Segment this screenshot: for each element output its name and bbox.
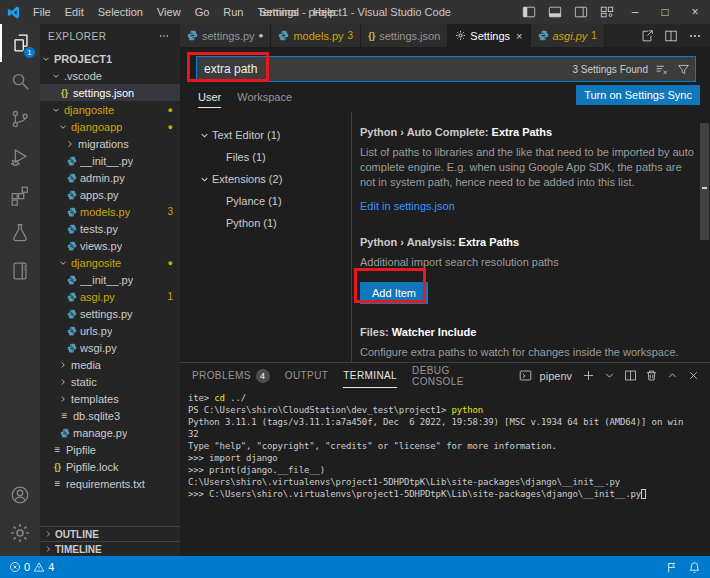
tree-item-asgi-py[interactable]: asgi.py1 bbox=[40, 288, 180, 305]
tree-item-pipfile[interactable]: ≡Pipfile bbox=[40, 441, 180, 458]
tree-item-djangosite[interactable]: djangosite● bbox=[40, 101, 180, 118]
text-file-icon: ≡ bbox=[59, 410, 70, 421]
tree-item-media[interactable]: media bbox=[40, 356, 180, 373]
edit-in-settings-json-link[interactable]: Edit in settings.json bbox=[360, 200, 455, 212]
tree-item-urls-py[interactable]: urls.py bbox=[40, 322, 180, 339]
tree-item-wsgi-py[interactable]: wsgi.py bbox=[40, 339, 180, 356]
feedback-icon[interactable] bbox=[665, 561, 678, 574]
terminal-shell-icon[interactable] bbox=[517, 366, 535, 386]
tree-item-db-sqlite3[interactable]: ≡db.sqlite3 bbox=[40, 407, 180, 424]
toggle-secondary-sidebar-icon[interactable] bbox=[568, 0, 594, 24]
minimize-button[interactable]: – bbox=[620, 0, 650, 24]
tree-item-migrations[interactable]: migrations bbox=[40, 135, 180, 152]
toggle-sidebar-icon[interactable] bbox=[516, 0, 542, 24]
tree-item-pipfile-lock[interactable]: {}Pipfile.lock bbox=[40, 458, 180, 475]
tab-settings-json[interactable]: {}settings.json bbox=[361, 24, 448, 47]
tree-item-settings-py[interactable]: settings.py bbox=[40, 305, 180, 322]
menu-run[interactable]: Run bbox=[216, 0, 250, 24]
tab-asgi-py[interactable]: asgi.py1 bbox=[531, 24, 605, 47]
tree-item-settings-json[interactable]: {}settings.json bbox=[40, 84, 180, 101]
activity-run-and-debug-icon[interactable] bbox=[0, 138, 40, 176]
activity-search-icon[interactable] bbox=[0, 62, 40, 100]
tab-settings-py[interactable]: settings.py● bbox=[180, 24, 271, 47]
tree-item-manage-py[interactable]: manage.py bbox=[40, 424, 180, 441]
close-button[interactable]: × bbox=[680, 0, 710, 24]
tree-item-static[interactable]: static bbox=[40, 373, 180, 390]
toggle-panel-icon[interactable] bbox=[542, 0, 568, 24]
status-bar: 0 4 bbox=[0, 556, 710, 578]
add-item-button[interactable]: Add Item bbox=[360, 282, 428, 304]
chevron-down-icon bbox=[42, 55, 52, 63]
customize-layout-icon[interactable] bbox=[594, 0, 620, 24]
tree-item-templates[interactable]: templates bbox=[40, 390, 180, 407]
outline-section[interactable]: OUTLINE bbox=[40, 526, 180, 541]
split-terminal-icon[interactable] bbox=[621, 366, 639, 386]
tree-item-djangosite[interactable]: djangosite● bbox=[40, 254, 180, 271]
tree-item-label: .vscode bbox=[64, 70, 102, 82]
panel-tab-terminal[interactable]: TERMINAL bbox=[343, 363, 397, 388]
tree-item-tests-py[interactable]: tests.py bbox=[40, 220, 180, 237]
tree-item-admin-py[interactable]: admin.py bbox=[40, 169, 180, 186]
activity-explorer-icon[interactable]: 1 bbox=[0, 24, 40, 62]
launch-profile-chevron-icon[interactable] bbox=[600, 366, 618, 386]
menu-file[interactable]: File bbox=[26, 0, 58, 24]
toc-item-files[interactable]: Files (1) bbox=[180, 146, 351, 168]
panel-tab-output[interactable]: OUTPUT bbox=[285, 363, 329, 388]
activity-extensions-icon[interactable] bbox=[0, 176, 40, 214]
terminal-shell-label[interactable]: pipenv bbox=[540, 370, 572, 382]
activity-testing-icon[interactable] bbox=[0, 214, 40, 252]
tree-root-folder[interactable]: PROJECT1 bbox=[40, 50, 180, 67]
terminal-output[interactable]: ite> cd ../PS C:\Users\shiro\CloudStatio… bbox=[180, 388, 710, 556]
settings-scrollbar[interactable] bbox=[700, 123, 709, 240]
toc-item-extensions[interactable]: Extensions (2) bbox=[180, 168, 351, 190]
maximize-button[interactable]: □ bbox=[650, 0, 680, 24]
scope-tab-user[interactable]: User bbox=[198, 87, 221, 108]
notifications-bell-icon[interactable] bbox=[688, 561, 701, 574]
python-file-icon bbox=[66, 224, 77, 234]
panel-tab-problems[interactable]: PROBLEMS4 bbox=[192, 363, 270, 388]
activity-account-icon[interactable] bbox=[0, 476, 40, 514]
text-file-icon: ≡ bbox=[52, 444, 63, 455]
tree-item--init-py[interactable]: __init__.py bbox=[40, 152, 180, 169]
clear-filters-icon[interactable] bbox=[652, 60, 670, 78]
maximize-panel-icon[interactable] bbox=[663, 366, 681, 386]
tree-item-views-py[interactable]: views.py bbox=[40, 237, 180, 254]
tree-item-apps-py[interactable]: apps.py bbox=[40, 186, 180, 203]
timeline-section[interactable]: TIMELINE bbox=[40, 541, 180, 556]
editor-more-actions-icon[interactable] bbox=[684, 24, 706, 48]
new-terminal-icon[interactable] bbox=[579, 366, 597, 386]
menu-selection[interactable]: Selection bbox=[91, 0, 150, 24]
tree-item--init-py[interactable]: __init__.py bbox=[40, 271, 180, 288]
tab-close-icon[interactable]: × bbox=[516, 30, 522, 42]
tree-item-models-py[interactable]: models.py3 bbox=[40, 203, 180, 220]
tab-modified-dot[interactable]: ● bbox=[259, 31, 264, 40]
close-panel-icon[interactable] bbox=[684, 366, 702, 386]
menu-help[interactable]: Help bbox=[306, 0, 343, 24]
turn-on-settings-sync-button[interactable]: Turn on Settings Sync bbox=[576, 85, 700, 105]
activity-settings-gear-icon[interactable] bbox=[0, 514, 40, 552]
scope-tab-workspace[interactable]: Workspace bbox=[237, 87, 292, 107]
menu-edit[interactable]: Edit bbox=[58, 0, 91, 24]
menu-go[interactable]: Go bbox=[188, 0, 217, 24]
panel-tab-label: OUTPUT bbox=[285, 370, 329, 381]
activity-source-control-icon[interactable] bbox=[0, 100, 40, 138]
tree-item-djangoapp[interactable]: djangoapp● bbox=[40, 118, 180, 135]
explorer-more-actions-icon[interactable] bbox=[156, 28, 172, 44]
toc-item-python[interactable]: Python (1) bbox=[180, 212, 351, 234]
problems-status[interactable]: 0 4 bbox=[9, 561, 54, 573]
tree-item-label: requirements.txt bbox=[66, 478, 145, 490]
activity-notebook-icon[interactable] bbox=[0, 252, 40, 290]
menu-view[interactable]: View bbox=[150, 0, 188, 24]
filter-icon[interactable] bbox=[674, 60, 692, 78]
tab-settings[interactable]: Settings× bbox=[448, 24, 530, 47]
toc-item-pylance[interactable]: Pylance (1) bbox=[180, 190, 351, 212]
open-settings-json-icon[interactable] bbox=[636, 24, 658, 48]
tree-item-requirements-txt[interactable]: ≡requirements.txt bbox=[40, 475, 180, 492]
panel-tab-debug-console[interactable]: DEBUG CONSOLE bbox=[412, 363, 502, 388]
toc-item-text-editor[interactable]: Text Editor (1) bbox=[180, 124, 351, 146]
tab-models-py[interactable]: models.py3 bbox=[271, 24, 361, 47]
kill-terminal-icon[interactable] bbox=[642, 366, 660, 386]
split-editor-icon[interactable] bbox=[660, 24, 682, 48]
tree-item--vscode[interactable]: .vscode bbox=[40, 67, 180, 84]
menu-terminal[interactable]: Terminal bbox=[251, 0, 307, 24]
